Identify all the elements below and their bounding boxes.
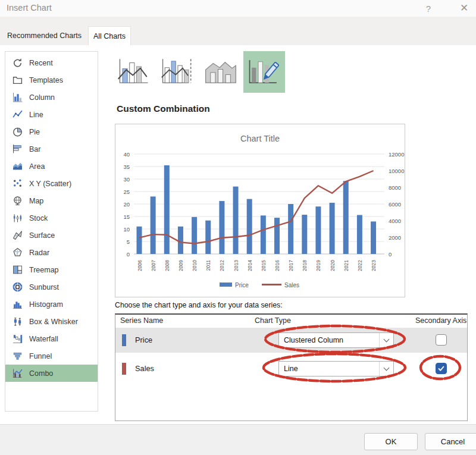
svg-text:2019: 2019	[315, 260, 321, 271]
svg-text:2022: 2022	[357, 260, 363, 271]
svg-text:2018: 2018	[302, 260, 308, 271]
subtype-stacked-area-clustered-column-button[interactable]	[200, 51, 242, 93]
column-icon	[12, 92, 23, 102]
subtype-clustered-column-line-button[interactable]	[113, 51, 155, 93]
series-row-sales[interactable]: SalesLine	[115, 356, 467, 382]
subtype-title: Custom Combination	[117, 103, 210, 114]
sidebar-item-label: Pie	[29, 128, 40, 136]
cancel-button[interactable]: Cancel	[425, 433, 476, 450]
svg-text:2023: 2023	[371, 260, 377, 271]
sidebar-item-area[interactable]: Area	[5, 158, 98, 175]
scatter-icon	[12, 178, 23, 189]
sidebar-item-templates[interactable]: Templates	[5, 71, 98, 89]
svg-text:0: 0	[389, 251, 392, 258]
close-icon[interactable]: ✕	[455, 1, 474, 15]
secondary-axis-checkbox[interactable]	[436, 363, 447, 374]
check-icon	[437, 365, 445, 372]
svg-text:Sales: Sales	[284, 282, 299, 288]
sidebar-item-treemap[interactable]: Treemap	[5, 261, 98, 278]
svg-text:8000: 8000	[389, 184, 401, 191]
chart-preview-svg: Chart Title05101520253035400200040006000…	[115, 124, 405, 297]
sidebar-item-waterfall[interactable]: Waterfall	[5, 330, 98, 347]
header-series-name: Series Name	[120, 316, 163, 325]
stacked-area-clustered-column-icon	[203, 57, 238, 87]
series-color-swatch	[122, 334, 126, 346]
price-bars	[137, 165, 377, 254]
svg-text:2014: 2014	[247, 260, 253, 271]
sidebar-item-line[interactable]: Line	[5, 106, 98, 123]
svg-text:20: 20	[123, 201, 130, 208]
chart-type-dropdown[interactable]: Line	[278, 361, 394, 376]
sidebar-item-label: X Y (Scatter)	[29, 180, 71, 188]
insert-chart-dialog: Insert Chart ? ✕ Recommended Charts All …	[0, 0, 476, 455]
sidebar-item-histogram[interactable]: Histogram	[5, 296, 98, 313]
svg-text:12000: 12000	[389, 151, 404, 158]
sidebar-item-funnel[interactable]: Funnel	[5, 347, 98, 365]
sidebar-item-pie[interactable]: Pie	[5, 123, 98, 140]
svg-text:2012: 2012	[219, 260, 225, 271]
all-charts-panel: RecentTemplatesColumnLinePieBarAreaX Y (…	[0, 45, 476, 424]
svg-text:2020: 2020	[330, 260, 336, 271]
sidebar-item-bar[interactable]: Bar	[5, 140, 98, 158]
surface-icon	[12, 230, 23, 240]
title-bar: Insert Chart ? ✕	[0, 0, 476, 17]
sidebar-item-label: Histogram	[29, 300, 63, 309]
svg-text:40: 40	[123, 151, 130, 158]
sidebar-item-label: Funnel	[29, 352, 52, 360]
svg-text:2013: 2013	[233, 260, 239, 271]
svg-text:2011: 2011	[205, 260, 211, 271]
tab-all-charts[interactable]: All Charts	[88, 26, 131, 45]
sidebar-item-label: Radar	[29, 249, 49, 257]
subtype-clustered-column-line-secondary-axis-button[interactable]	[156, 51, 198, 93]
templates-icon	[12, 75, 23, 85]
svg-text:15: 15	[123, 214, 130, 220]
funnel-icon	[12, 351, 23, 361]
sidebar-item-label: Line	[29, 111, 43, 119]
sidebar-item-x-y-scatter[interactable]: X Y (Scatter)	[5, 175, 98, 192]
help-icon[interactable]: ?	[420, 2, 437, 15]
series-name: Price	[135, 335, 152, 344]
series-row-price[interactable]: PriceClustered Column	[115, 328, 467, 353]
clustered-column-line-secondary-axis-icon	[160, 57, 195, 87]
header-chart-type: Chart Type	[255, 316, 291, 325]
sidebar-item-sunburst[interactable]: Sunburst	[5, 278, 98, 296]
svg-text:Price: Price	[235, 282, 249, 288]
svg-text:2008: 2008	[164, 260, 170, 271]
sidebar-item-map[interactable]: Map	[5, 192, 98, 209]
svg-text:10000: 10000	[389, 168, 404, 174]
chevron-down-icon[interactable]	[379, 333, 393, 347]
svg-text:5: 5	[127, 239, 130, 245]
svg-text:2006: 2006	[137, 260, 143, 271]
sidebar-item-label: Combo	[29, 369, 53, 378]
tab-recommended-charts[interactable]: Recommended Charts	[5, 26, 84, 45]
sidebar-item-combo[interactable]: Combo	[5, 365, 98, 382]
ok-button[interactable]: OK	[364, 433, 418, 450]
sidebar-item-radar[interactable]: Radar	[5, 244, 98, 261]
sidebar-item-label: Templates	[29, 76, 63, 84]
svg-text:25: 25	[123, 189, 130, 195]
tab-strip: Recommended Charts All Charts	[0, 17, 476, 45]
series-name: Sales	[135, 364, 154, 373]
svg-text:30: 30	[123, 176, 130, 183]
secondary-axis-checkbox[interactable]	[436, 334, 447, 346]
treemap-icon	[12, 265, 23, 275]
sidebar-item-box-whisker[interactable]: Box & Whisker	[5, 313, 98, 330]
sidebar-item-label: Surface	[29, 231, 55, 240]
sidebar-item-label: Treemap	[29, 266, 59, 274]
custom-combination-icon	[247, 57, 281, 87]
sidebar-item-recent[interactable]: Recent	[5, 54, 98, 71]
svg-text:2021: 2021	[343, 260, 349, 271]
svg-text:2007: 2007	[151, 260, 156, 271]
svg-text:6000: 6000	[389, 201, 401, 208]
stock-icon	[12, 213, 23, 223]
sidebar-item-label: Map	[29, 197, 43, 205]
subtype-custom-combination-button[interactable]	[243, 51, 285, 93]
series-prompt: Choose the chart type and axis for your …	[115, 301, 283, 309]
chevron-down-icon[interactable]	[379, 362, 393, 376]
sidebar-item-stock[interactable]: Stock	[5, 209, 98, 227]
svg-text:0: 0	[127, 251, 130, 258]
sidebar-item-surface[interactable]: Surface	[5, 227, 98, 244]
chart-type-dropdown[interactable]: Clustered Column	[278, 332, 394, 348]
sidebar-item-column[interactable]: Column	[5, 89, 98, 106]
map-icon	[12, 196, 23, 206]
